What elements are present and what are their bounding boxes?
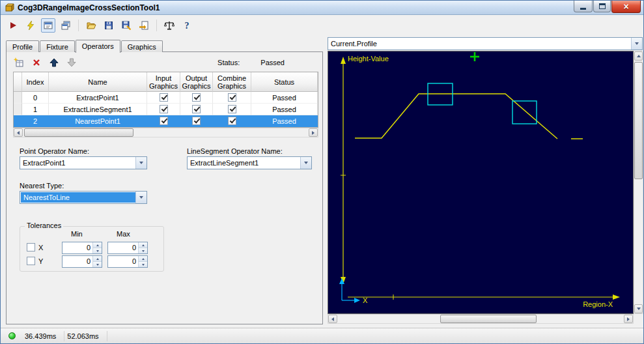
spin-down-button[interactable] (93, 248, 102, 253)
output-graphics-checkbox[interactable] (192, 105, 201, 113)
move-up-button[interactable] (48, 57, 60, 68)
input-graphics-checkbox[interactable] (160, 105, 168, 113)
point-operator-combobox[interactable]: ExtractPoint1 (20, 156, 147, 169)
table-row[interactable]: 0 ExtractPoint1 Passed (14, 92, 318, 104)
import-tool-button[interactable] (137, 18, 151, 33)
tolerance-x-checkbox[interactable] (27, 243, 35, 251)
x-axis-label: Region-X (583, 300, 613, 308)
tolerance-x-max-spinner[interactable]: 0 (107, 242, 148, 254)
column-header-input[interactable]: Input Graphics (147, 72, 180, 92)
scroll-right-button[interactable] (624, 315, 633, 323)
scroll-thumb[interactable] (634, 62, 643, 179)
maximize-button[interactable] (593, 1, 611, 12)
dropdown-button[interactable] (300, 157, 311, 169)
column-header-index[interactable]: Index (22, 72, 49, 92)
delete-operator-button[interactable] (31, 57, 42, 68)
display-vertical-scrollbar[interactable] (634, 51, 643, 314)
scroll-thumb[interactable] (24, 128, 133, 137)
scroll-right-icon (627, 317, 630, 321)
run-button[interactable] (6, 18, 20, 33)
tab-strip: Profile Fixture Operators Graphics (6, 39, 163, 52)
tab-label: Operators (82, 42, 114, 50)
scroll-up-button[interactable] (634, 51, 643, 61)
output-graphics-checkbox[interactable] (192, 117, 201, 125)
scroll-left-button[interactable] (14, 128, 23, 137)
tolerance-y-checkbox[interactable] (27, 257, 35, 265)
combine-graphics-checkbox[interactable] (228, 105, 236, 113)
dropdown-button[interactable] (135, 157, 147, 169)
floating-tool-editor-button[interactable] (41, 18, 55, 33)
spin-up-icon (96, 258, 99, 260)
tab-profile[interactable]: Profile (6, 40, 39, 52)
display-record-combobox[interactable]: Current.Profile (328, 37, 643, 50)
display-horizontal-scrollbar[interactable] (328, 314, 634, 324)
operators-page: Status: Passed Index Name Input Graphics… (6, 51, 323, 324)
title-bar[interactable]: Cog3DRangeImageCrossSectionTool1 (1, 1, 643, 15)
spinner-value: 0 (63, 256, 92, 267)
tab-operators[interactable]: Operators (76, 40, 120, 53)
spin-down-button[interactable] (139, 248, 147, 253)
profile-display[interactable]: Height-Value Region-X X (328, 51, 634, 314)
spin-up-button[interactable] (93, 242, 102, 248)
scroll-thumb[interactable] (440, 315, 537, 323)
save-results-button[interactable] (119, 18, 133, 33)
spin-down-button[interactable] (93, 262, 102, 267)
scroll-left-button[interactable] (328, 315, 337, 323)
spin-down-icon (96, 250, 99, 252)
copy-tool-button[interactable] (59, 18, 73, 33)
row-selector[interactable] (14, 92, 22, 104)
total-time: 52.063ms (64, 331, 107, 341)
column-header-name[interactable]: Name (49, 72, 147, 92)
spinner-value: 0 (63, 242, 92, 253)
help-button[interactable]: ? (180, 18, 194, 33)
maximize-icon (599, 3, 606, 9)
profile-chart-svg[interactable]: Height-Value Region-X X (328, 51, 633, 313)
chevron-down-icon (139, 162, 143, 164)
combine-graphics-checkbox[interactable] (228, 93, 236, 102)
electric-run-button[interactable] (23, 18, 38, 33)
grid-horizontal-scrollbar[interactable] (13, 128, 318, 137)
column-header-status[interactable]: Status (251, 72, 318, 92)
spin-up-button[interactable] (93, 256, 102, 262)
tool-window: Cog3DRangeImageCrossSectionTool1 × (0, 0, 644, 344)
spin-up-button[interactable] (139, 256, 147, 262)
table-row-selected[interactable]: 2 NearestPoint1 Passed (14, 115, 318, 127)
column-header-combine[interactable]: Combine Graphics (213, 72, 251, 92)
tolerance-y-min-spinner[interactable]: 0 (62, 255, 102, 268)
tolerance-x-min-spinner[interactable]: 0 (62, 242, 102, 254)
tolerance-y-max-spinner[interactable]: 0 (107, 255, 148, 268)
balance-button[interactable] (162, 18, 176, 33)
toolbar-separator (156, 20, 157, 31)
row-selector[interactable] (14, 115, 22, 127)
column-header-output[interactable]: Output Graphics (180, 72, 213, 92)
operators-grid: Index Name Input Graphics Output Graphic… (13, 72, 318, 128)
close-button[interactable]: × (611, 1, 641, 13)
cell-name: ExtractPoint1 (49, 92, 147, 104)
spin-down-button[interactable] (139, 262, 147, 267)
spin-up-button[interactable] (139, 242, 147, 248)
move-down-button[interactable] (66, 57, 77, 68)
scroll-down-button[interactable] (634, 304, 643, 313)
copy-tool-icon (61, 20, 71, 31)
combine-graphics-checkbox[interactable] (228, 117, 236, 125)
tab-graphics[interactable]: Graphics (121, 40, 163, 52)
add-operator-button[interactable] (13, 57, 25, 68)
dropdown-button[interactable] (135, 192, 147, 203)
input-graphics-checkbox[interactable] (160, 93, 168, 102)
tab-fixture[interactable]: Fixture (40, 40, 75, 52)
input-graphics-checkbox[interactable] (160, 117, 168, 125)
spin-down-icon (96, 264, 99, 266)
linesegment-operator-combobox[interactable]: ExtractLineSegment1 (187, 156, 312, 169)
table-row[interactable]: 1 ExtractLineSegment1 Passed (14, 104, 318, 115)
open-tool-button[interactable] (84, 18, 98, 33)
minimize-button[interactable] (574, 1, 593, 12)
nearest-type-combobox[interactable]: NearestToLine (20, 191, 147, 204)
save-tool-button[interactable] (102, 18, 116, 33)
y-axis (341, 57, 346, 284)
scroll-left-icon (17, 131, 20, 135)
dropdown-button[interactable] (631, 38, 642, 50)
scroll-right-button[interactable] (309, 128, 318, 137)
row-selector[interactable] (14, 104, 22, 115)
output-graphics-checkbox[interactable] (192, 93, 201, 102)
balance-icon (164, 20, 175, 31)
